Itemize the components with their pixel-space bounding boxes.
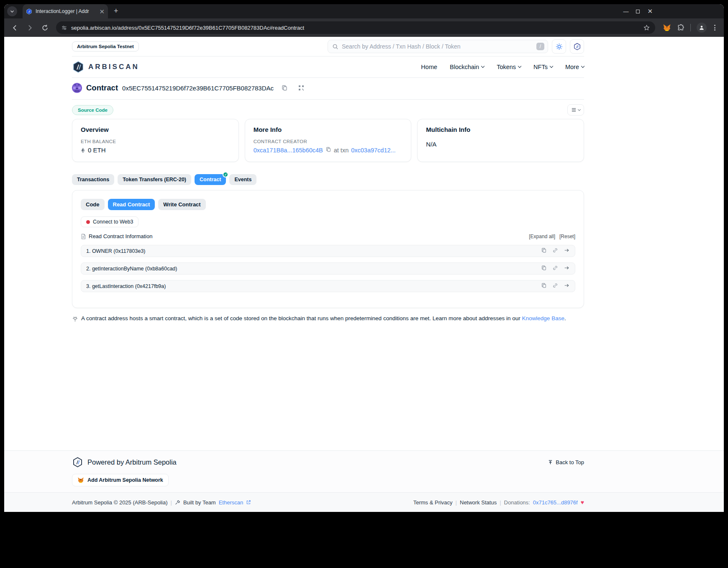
window-close-button[interactable]: ✕: [647, 8, 653, 15]
url-bar[interactable]: sepolia.arbiscan.io/address/0x5EC7551475…: [56, 21, 655, 34]
back-button[interactable]: [8, 21, 21, 34]
page: Arbitrum Sepolia Testnet / ARBISCAN: [4, 37, 724, 512]
permalink-icon[interactable]: [552, 265, 558, 272]
copy-icon[interactable]: [541, 283, 547, 290]
nav-item-tokens[interactable]: Tokens: [497, 64, 521, 70]
creator-address-link[interactable]: 0xca171B8a...165b60c4B: [254, 147, 323, 154]
site-info-icon[interactable]: [61, 25, 67, 31]
chevron-down-icon: [481, 64, 484, 68]
subtab-write-contract[interactable]: Write Contract: [158, 199, 205, 210]
view-options-button[interactable]: [567, 104, 584, 116]
lightbulb-icon: [72, 316, 78, 322]
qr-code-icon[interactable]: [298, 85, 305, 91]
copy-icon[interactable]: [541, 265, 547, 272]
powered-by-text: Powered by Arbitrum Sepolia: [87, 458, 177, 466]
multichain-value: N/A: [426, 141, 436, 148]
tab-search-button[interactable]: [7, 6, 17, 16]
eth-icon: [81, 147, 85, 153]
function-row-getinteractionbyname[interactable]: 2. getInteractionByName (0xb8a60cad): [81, 262, 575, 275]
arbitrum-footer-icon: [72, 457, 83, 468]
tab-events[interactable]: Events: [229, 174, 256, 185]
extensions-icon[interactable]: [677, 24, 684, 31]
more-info-card: More Info CONTRACT CREATOR 0xca171B8a...…: [245, 119, 412, 162]
reload-button[interactable]: [38, 21, 51, 34]
browser-window: InteractionLogger | Addr ✕ + — ✕ sepolia…: [4, 4, 724, 512]
contract-header: Contract 0x5EC7551475219D6f72e39B61C7705…: [72, 83, 584, 100]
tab-close-icon[interactable]: ✕: [99, 8, 105, 15]
creation-txn-link[interactable]: 0xc03a97cd12...: [351, 147, 395, 154]
donation-address-link[interactable]: 0x71c765...d8976f: [533, 499, 578, 506]
card-title: More Info: [254, 126, 403, 133]
permalink-icon[interactable]: [552, 283, 558, 290]
url-text[interactable]: sepolia.arbiscan.io/address/0x5EC7551475…: [71, 25, 639, 31]
network-switcher-button[interactable]: [570, 39, 584, 54]
external-link-icon: [246, 500, 251, 505]
expand-arrow-icon[interactable]: [564, 265, 570, 272]
tab-title: InteractionLogger | Addr: [36, 8, 96, 14]
built-by-text: Built by Team: [183, 499, 216, 506]
maximize-button[interactable]: [636, 10, 640, 13]
function-row-getlastinteraction[interactable]: 3. getLastInteraction (0x4217fb9a): [81, 280, 575, 292]
knowledge-base-link[interactable]: Knowledge Base: [522, 315, 564, 321]
copy-address-icon[interactable]: [281, 85, 288, 91]
terms-privacy-link[interactable]: Terms & Privacy: [413, 499, 453, 506]
contract-address[interactable]: 0x5EC7551475219D6f72e39B61C7705FB082783D…: [122, 85, 274, 92]
minimize-button[interactable]: —: [623, 8, 628, 15]
expand-arrow-icon[interactable]: [564, 247, 570, 255]
back-to-top-link[interactable]: Back to Top: [548, 459, 584, 465]
reset-link[interactable]: [Reset]: [559, 234, 575, 239]
subtab-code[interactable]: Code: [81, 199, 105, 210]
new-tab-button[interactable]: +: [114, 7, 118, 15]
badge-row: Source Code: [72, 104, 584, 116]
card-title: Overview: [81, 126, 230, 133]
browser-toolbar: sepolia.arbiscan.io/address/0x5EC7551475…: [4, 18, 724, 37]
search-input[interactable]: [342, 43, 533, 50]
copyright-text: Arbitrum Sepolia © 2025 (ARB-Sepolia): [72, 499, 168, 506]
nav-item-blockchain[interactable]: Blockchain: [450, 64, 484, 70]
nav-item-nfts[interactable]: NFTs: [533, 64, 553, 70]
source-code-badge[interactable]: Source Code: [72, 105, 113, 115]
copy-icon[interactable]: [541, 247, 547, 255]
arbiscan-logo[interactable]: ARBISCAN: [72, 61, 139, 73]
toolbar-divider: [690, 24, 691, 31]
contract-panel: Code Read Contract Write Contract Connec…: [72, 190, 584, 308]
brand-name: ARBISCAN: [88, 63, 139, 71]
arbitrum-icon: [573, 43, 581, 51]
permalink-icon[interactable]: [552, 247, 558, 255]
search-box[interactable]: /: [328, 40, 548, 53]
function-row-owner[interactable]: 1. OWNER (0x117803e3): [81, 245, 575, 257]
nav-item-more[interactable]: More: [565, 64, 584, 70]
tab-token-transfers[interactable]: Token Transfers (ERC-20): [118, 174, 191, 185]
connect-to-web3-button[interactable]: Connect to Web3: [81, 216, 138, 227]
tab-strip: InteractionLogger | Addr ✕ + — ✕: [4, 4, 724, 18]
tab-contract[interactable]: Contract✓: [195, 174, 226, 185]
multichain-card: Multichain Info N/A: [417, 119, 584, 162]
donations-label: Donations:: [504, 499, 530, 506]
bookmark-star-icon[interactable]: [643, 24, 650, 31]
subtab-read-contract[interactable]: Read Contract: [108, 199, 155, 210]
card-title: Multichain Info: [426, 126, 575, 133]
chevron-down-icon: [10, 9, 15, 14]
network-badge[interactable]: Arbitrum Sepolia Testnet: [72, 41, 139, 51]
profile-avatar[interactable]: [697, 23, 707, 33]
arrow-up-icon: [548, 460, 553, 465]
overview-card: Overview ETH BALANCE 0 ETH: [72, 119, 239, 162]
at-txn-label: at txn: [334, 147, 349, 154]
browser-tab[interactable]: InteractionLogger | Addr ✕: [23, 4, 108, 18]
search-icon: [332, 44, 338, 50]
metamask-icon[interactable]: [663, 23, 671, 32]
tab-transactions[interactable]: Transactions: [72, 174, 114, 185]
forward-button[interactable]: [23, 21, 36, 34]
browser-menu-icon[interactable]: [713, 25, 717, 31]
help-text: A contract address hosts a smart contrac…: [81, 315, 522, 321]
etherscan-link[interactable]: Etherscan: [219, 499, 244, 506]
sun-icon: [556, 43, 563, 50]
nav-item-home[interactable]: Home: [421, 64, 437, 70]
theme-toggle-button[interactable]: [552, 39, 566, 54]
add-network-button[interactable]: Add Arbitrum Sepolia Network: [72, 474, 169, 486]
main-nav: ARBISCAN Home Blockchain Tokens NFTs Mor…: [72, 57, 584, 78]
copy-creator-icon[interactable]: [326, 146, 331, 154]
expand-all-link[interactable]: [Expand all]: [529, 234, 555, 239]
network-status-link[interactable]: Network Status: [460, 499, 497, 506]
expand-arrow-icon[interactable]: [564, 283, 570, 290]
